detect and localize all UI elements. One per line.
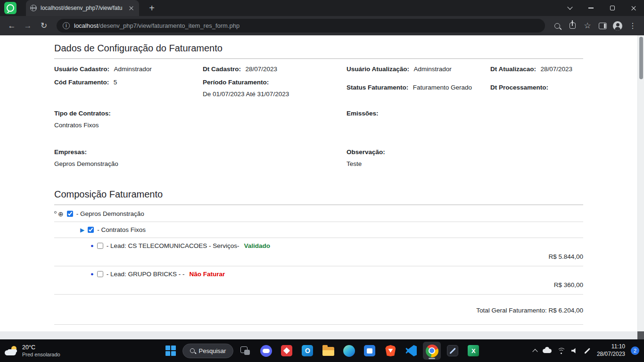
outlook-icon[interactable] [298, 342, 316, 360]
config-section-title: Dados de Configuração do Faturamento [54, 38, 583, 59]
tree-node-label: - Lead: GRUPO BRICKS - - [107, 271, 185, 278]
total-row: Total Geral Faturamento: R$ 6.204,00 [54, 295, 583, 321]
scrollbar-thumb[interactable] [639, 37, 643, 79]
field-label: Emissões: [347, 110, 379, 117]
taskbar-search[interactable]: Pesquisar [182, 344, 234, 358]
menu-kebab-icon[interactable]: ⋮ [626, 19, 639, 33]
pen-icon[interactable] [584, 347, 591, 354]
new-tab-button[interactable]: + [146, 2, 158, 14]
bullet-icon: ● [91, 243, 94, 248]
task-view-icon[interactable] [236, 342, 254, 360]
tab-close-icon[interactable] [128, 5, 135, 12]
zoom-icon[interactable] [551, 19, 564, 33]
page-bottom-strip [0, 331, 644, 339]
side-panel-icon[interactable] [596, 19, 609, 33]
profile-avatar[interactable] [611, 19, 624, 33]
tree-node-company: ⊕ - Gepros Demonstração [54, 206, 583, 222]
field-label: Usuário Atualização: [347, 66, 409, 73]
site-info-icon[interactable]: i [63, 22, 70, 29]
weather-condition: Pred ensolarado [22, 351, 60, 358]
field-label: Observação: [347, 148, 385, 156]
clock-time: 11:10 [597, 343, 625, 351]
field-value: Adminstrador [413, 66, 451, 73]
field-usuario-atualizacao: Usuário Atualização: Adminstrador [347, 65, 490, 73]
browser-titlebar: localhost/desenv_php7/view/fatu + [0, 0, 644, 16]
edge-icon[interactable] [340, 342, 358, 360]
vscode-icon[interactable] [402, 342, 420, 360]
lead-bricks-checkbox[interactable] [97, 271, 103, 277]
field-label: Período Faturamento: [203, 79, 269, 86]
field-dt-cadastro: Dt Cadastro: 28/07/2023 [203, 65, 347, 73]
address-bar[interactable]: i localhost/desenv_php7/view/faturamento… [57, 19, 545, 33]
config-row-4: Empresas: Gepros Demonstração Observação… [54, 148, 583, 167]
field-emissoes: Emissões: [347, 109, 490, 117]
expand-triangle-icon[interactable]: ▶ [80, 227, 84, 233]
vertical-scrollbar[interactable] [637, 35, 644, 339]
field-value: De 01/07/2023 Até 31/07/2023 [203, 90, 347, 98]
notification-count-badge[interactable]: 2 [631, 346, 639, 355]
field-value: 28/07/2023 [245, 66, 277, 73]
weather-widget[interactable]: 20°C Pred ensolarado [5, 344, 60, 358]
lead-cs-checkbox[interactable] [97, 243, 103, 249]
collapse-circle-icon[interactable] [54, 211, 57, 214]
window-minimize-button[interactable] [580, 0, 602, 16]
tree-node-line: ● - Lead: CS TELECOMUNICACOES - Serviços… [54, 238, 583, 250]
tree-node-label: - Contratos Fixos [97, 226, 146, 233]
lead-bricks-amount: R$ 360,00 [54, 279, 583, 294]
tree-node-contract-type: ▶ - Contratos Fixos [54, 222, 583, 238]
search-icon [190, 348, 195, 353]
field-dt-processamento: Dt Processamento: [490, 78, 583, 91]
browser-toolbar: ← → ↻ i localhost/desenv_php7/view/fatur… [0, 16, 644, 35]
field-usuario-cadastro: Usuário Cadastro: Adminstrador [54, 65, 203, 73]
reload-button[interactable]: ↻ [37, 19, 51, 33]
company-checkbox[interactable] [67, 211, 73, 217]
circle-plus-icon[interactable]: ⊕ [58, 211, 64, 217]
config-row-3: Tipo de Contratos: Contratos Fixos Emiss… [54, 109, 583, 129]
store-icon[interactable] [361, 342, 379, 360]
tab-title: localhost/desenv_php7/view/fatu [41, 5, 124, 11]
red-app-icon[interactable] [278, 342, 296, 360]
taskbar-clock[interactable]: 11:10 28/07/2023 [597, 343, 625, 358]
tab-search-chevron-icon[interactable] [559, 0, 580, 16]
brave-icon[interactable] [381, 342, 399, 360]
forward-button[interactable]: → [21, 19, 35, 33]
composition-section-title: Composição Faturamento [54, 184, 583, 205]
back-button[interactable]: ← [5, 19, 19, 33]
chrome-icon[interactable] [423, 342, 441, 360]
bookmark-star-icon[interactable]: ☆ [581, 19, 594, 33]
window-maximize-button[interactable] [602, 0, 623, 16]
field-empresas: Empresas: Gepros Demonstração [54, 148, 203, 167]
field-label: Tipo de Contratos: [54, 110, 111, 117]
tree-node-lead-cs: ● - Lead: CS TELECOMUNICACOES - Serviços… [54, 238, 583, 266]
browser-tab[interactable]: localhost/desenv_php7/view/fatu [26, 0, 139, 16]
billing-form: Dados de Configuração do Faturamento Usu… [0, 35, 644, 331]
field-value: Gepros Demonstração [54, 160, 203, 167]
whatsapp-icon[interactable] [4, 2, 17, 14]
config-row-1: Usuário Cadastro: Adminstrador Dt Cadast… [54, 65, 583, 73]
volume-icon[interactable] [571, 348, 578, 354]
weather-temperature: 20°C [22, 344, 60, 351]
discord-icon[interactable] [257, 342, 275, 360]
field-value: Teste [347, 160, 490, 167]
field-value: Faturamento Gerado [413, 84, 472, 91]
bullet-icon: ● [91, 272, 94, 277]
total-value: R$ 6.204,00 [548, 307, 583, 314]
start-button[interactable] [162, 342, 180, 360]
url-text: localhost/desenv_php7/view/faturamento_i… [74, 22, 239, 29]
url-host: localhost [74, 22, 98, 29]
window-close-button[interactable] [623, 0, 644, 16]
windows-logo-icon [165, 346, 176, 356]
tray-chevron-up-icon[interactable] [532, 349, 537, 354]
page-content: Dados de Configuração do Faturamento Usu… [0, 35, 644, 339]
onedrive-cloud-icon[interactable] [543, 349, 552, 353]
screen: localhost/desenv_php7/view/fatu + ← → ↻ … [0, 0, 644, 362]
tree-node-label: - Lead: CS TELECOMUNICACOES - Serviços- [107, 242, 239, 249]
share-icon[interactable] [566, 19, 579, 33]
file-explorer-icon[interactable] [319, 342, 337, 360]
wifi-icon[interactable] [557, 348, 566, 354]
field-label: Dt Cadastro: [203, 66, 241, 73]
contract-type-checkbox[interactable] [88, 227, 94, 233]
excel-icon[interactable] [464, 342, 482, 360]
snipping-tool-icon[interactable] [444, 342, 462, 360]
active-app-indicator [429, 358, 435, 359]
